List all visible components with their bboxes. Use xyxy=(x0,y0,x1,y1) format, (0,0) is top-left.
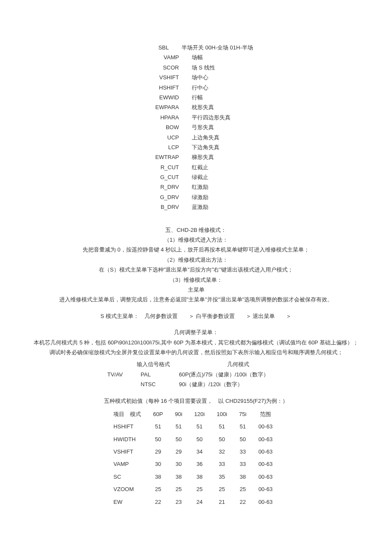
table-cell: 38 xyxy=(147,471,169,483)
param-value: 行中心 xyxy=(192,83,243,92)
param-row: HSHIFT行中心 xyxy=(26,83,366,92)
table-cell: 25 xyxy=(188,483,211,495)
signal-cell xyxy=(102,379,128,389)
signal-row: NTSC90i（健康）/120i（数字） xyxy=(26,379,366,389)
signal-header-right: 几何模式 xyxy=(183,359,294,369)
param-row: G_CUT绿截止 xyxy=(26,172,366,182)
signal-cell: 60P(逐点)/75i（健康）/100i（数字） xyxy=(179,370,290,379)
param-row: VSHIFT场中心 xyxy=(26,72,366,82)
table-cell: SC xyxy=(113,471,147,483)
param-value: 场幅 xyxy=(192,52,243,62)
param-key: R_CUT xyxy=(149,162,179,172)
param-key: VSHIFT xyxy=(149,72,179,82)
table-cell: 00-63 xyxy=(252,483,278,495)
table-row: VSHIFT292934323300-63 xyxy=(113,445,278,458)
table-cell: 22 xyxy=(233,496,252,508)
signal-cell: TV/AV xyxy=(102,370,128,379)
geometry-paragraph-2: 调试时务必确保缩放模式为全屏并复位设置菜单中的几何设置，然后按照如下表所示输入相… xyxy=(26,347,366,357)
param-row: SCOR场 S 线性 xyxy=(26,63,366,72)
signal-cell: NTSC xyxy=(141,379,166,389)
param-key: R_DRV xyxy=(149,182,179,192)
table-cell: 38 xyxy=(233,471,252,483)
param-value: 下边角失真 xyxy=(192,142,243,152)
main-menu-label: 主菜单 xyxy=(26,285,366,295)
table-cell: 32 xyxy=(210,445,233,458)
param-value: 绿激励 xyxy=(192,192,243,202)
table-cell: 33 xyxy=(233,445,252,458)
table-cell: 50 xyxy=(210,433,233,445)
section-5-2-title: （2）维修模式退出方法： xyxy=(26,255,366,265)
param-row: VAMP场幅 xyxy=(26,52,366,62)
param-row: LCP下边角失真 xyxy=(26,142,366,152)
table-cell: 50 xyxy=(147,433,169,445)
table-cell: 25 xyxy=(233,483,252,495)
table-cell: 30 xyxy=(147,458,169,470)
parameter-list: SBL半场开关 00H-全场 01H-半场VAMP场幅SCOR场 S 线性VSH… xyxy=(26,43,366,212)
param-key: LCP xyxy=(149,142,179,152)
param-row: R_CUT红截止 xyxy=(26,162,366,172)
param-value: 场 S 线性 xyxy=(192,63,243,72)
param-value: 梯形失真 xyxy=(192,152,243,162)
signal-cell: PAL xyxy=(141,370,166,379)
table-cell: 30 xyxy=(169,458,188,470)
table-header: 项目 模式 xyxy=(113,408,147,420)
table-row: HSHIFT515151515100-63 xyxy=(113,420,278,433)
param-row: SBL半场开关 00H-全场 01H-半场 xyxy=(26,43,366,52)
table-cell: VAMP xyxy=(113,458,147,470)
table-cell: 51 xyxy=(147,420,169,433)
table-cell: 29 xyxy=(147,445,169,458)
table-cell: 24 xyxy=(188,496,211,508)
param-value: 场中心 xyxy=(192,72,243,82)
table-cell: 00-63 xyxy=(252,433,278,445)
init-values-table: 项目 模式60P90i120i100i75i范围 HSHIFT515151515… xyxy=(113,408,278,508)
table-cell: HWIDTH xyxy=(113,433,147,445)
table-cell: EW xyxy=(113,496,147,508)
table-cell: 25 xyxy=(169,483,188,495)
param-key: B_DRV xyxy=(149,202,179,212)
signal-row: TV/AVPAL60P(逐点)/75i（健康）/100i（数字） xyxy=(26,370,366,379)
table-cell: 29 xyxy=(169,445,188,458)
table-cell: VSHIFT xyxy=(113,445,147,458)
param-key: EWPARA xyxy=(149,102,179,112)
section-5-title: 五、CHD-2B 维修模式： xyxy=(26,225,366,235)
table-cell: 36 xyxy=(188,458,211,470)
param-key: G_CUT xyxy=(149,172,179,182)
param-row: BOW弓形失真 xyxy=(26,122,366,132)
table-cell: 00-63 xyxy=(252,445,278,458)
table-cell: 50 xyxy=(233,433,252,445)
param-row: EWWID行幅 xyxy=(26,92,366,102)
param-value: 弓形失真 xyxy=(192,122,243,132)
table-cell: 21 xyxy=(210,496,233,508)
section-5-1-body: 先把音量减为 0，按遥控静音键 4 秒以上，放开后再按本机菜单键即可进入维修模式… xyxy=(26,245,366,254)
table-row: HWIDTH505050505000-63 xyxy=(113,433,278,445)
table-cell: 00-63 xyxy=(252,458,278,470)
table-cell: VZOOM xyxy=(113,483,147,495)
param-row: R_DRV红激励 xyxy=(26,182,366,192)
table-row: VZOOM252525252500-63 xyxy=(113,483,278,495)
param-key: SBL xyxy=(139,43,169,52)
s-mode-main-menu: S 模式主菜单： 几何参数设置 ＞ 白平衡参数设置 ＞ 退出菜单 ＞ xyxy=(26,311,366,321)
param-value: 蓝激励 xyxy=(192,202,243,212)
table-cell: HSHIFT xyxy=(113,420,147,433)
param-key: VAMP xyxy=(149,52,179,62)
param-key: UCP xyxy=(149,133,179,142)
signal-cell: 90i（健康）/120i（数字） xyxy=(179,379,290,389)
table-cell: 51 xyxy=(210,420,233,433)
table-header: 100i xyxy=(210,408,233,420)
table-header: 120i xyxy=(188,408,211,420)
param-row: G_DRV绿激励 xyxy=(26,192,366,202)
table-cell: 33 xyxy=(210,458,233,470)
param-row: EWTRAP梯形失真 xyxy=(26,152,366,162)
geometry-submenu-title: 几何调整子菜单： xyxy=(26,327,366,337)
section-5-1-title: （1）维修模式进入方法： xyxy=(26,235,366,245)
param-value: 红激励 xyxy=(192,182,243,192)
table-header: 75i xyxy=(233,408,252,420)
param-row: EWPARA枕形失真 xyxy=(26,102,366,112)
table-cell: 00-63 xyxy=(252,471,278,483)
table-cell: 34 xyxy=(188,445,211,458)
table-header: 90i xyxy=(169,408,188,420)
table-cell: 51 xyxy=(233,420,252,433)
param-value: 红截止 xyxy=(192,162,243,172)
param-value: 半场开关 00H-全场 01H-半场 xyxy=(182,43,253,52)
table-cell: 23 xyxy=(169,496,188,508)
